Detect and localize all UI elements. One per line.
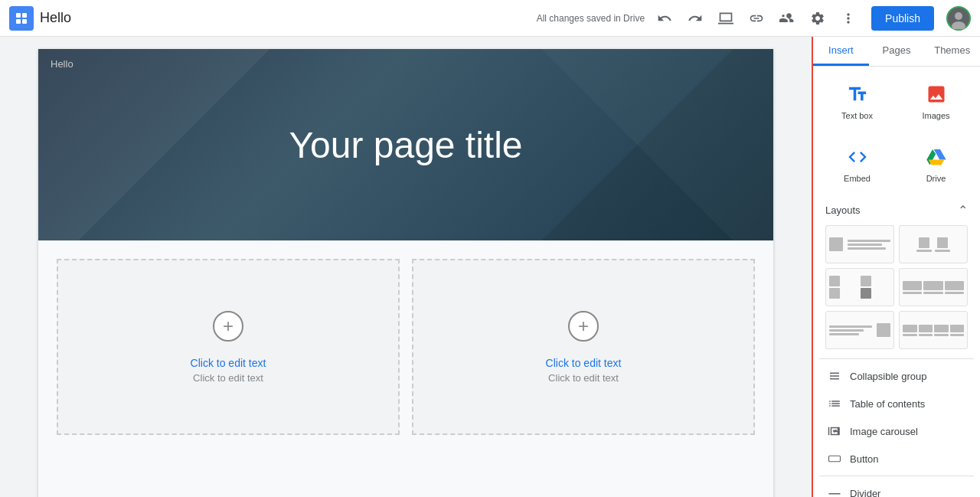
insert-divider[interactable]: Divider [819,479,974,497]
insert-image-carousel[interactable]: Image carousel [819,417,974,445]
main-area: Hello Your page title + Click to edit te… [0,37,980,497]
add-content-left-icon[interactable]: + [213,311,243,342]
insert-button[interactable]: Button [819,445,974,472]
panel-divider-2 [819,476,974,476]
page-body: + Click to edit text Click to edit text … [38,240,773,497]
embed-label: Embed [844,174,871,183]
tab-insert[interactable]: Insert [813,37,869,66]
redo-button[interactable] [681,5,709,32]
insert-bottom-grid: Embed Drive [819,136,974,192]
right-panel: Insert Pages Themes Text box [812,37,980,497]
tab-pages[interactable]: Pages [869,37,925,66]
layouts-header: Layouts ⌃ [819,198,974,222]
panel-tabs: Insert Pages Themes [813,37,980,67]
layouts-expand-icon[interactable]: ⌃ [958,203,968,217]
insert-collapsible-group[interactable]: Collapsible group [819,362,974,390]
image-carousel-icon [827,423,842,439]
table-of-contents-label: Table of contents [850,398,925,410]
insert-top-grid: Text box Images [819,73,974,129]
publish-button[interactable]: Publish [871,6,934,31]
page-header: Hello Your page title [38,49,773,240]
button-icon [827,451,842,466]
svg-rect-1 [22,13,27,18]
layout-thumb-2[interactable] [899,225,968,263]
page-container: Hello Your page title + Click to edit te… [38,49,773,497]
images-label: Images [922,111,949,120]
two-col-layout: + Click to edit text Click to edit text … [57,259,755,435]
toolbar-icons [651,5,862,32]
layout-thumb-3[interactable] [825,268,894,306]
table-of-contents-icon [827,396,842,411]
panel-divider-1 [819,358,974,359]
content-block-left[interactable]: + Click to edit text Click to edit text [57,259,400,435]
add-content-right-icon[interactable]: + [568,311,599,342]
layouts-grid [819,222,974,355]
insert-table-of-contents[interactable]: Table of contents [819,390,974,417]
svg-rect-0 [16,13,21,18]
click-to-edit-right[interactable]: Click to edit text [546,357,622,369]
doc-title: Hello [40,10,71,26]
topbar: Hello All changes saved in Drive Publish [0,0,980,37]
insert-section: Text box Images [813,67,980,497]
avatar-initials [946,6,971,31]
app-logo [9,6,34,31]
click-to-edit-right-sub: Click to edit text [548,372,619,384]
svg-rect-7 [829,456,841,462]
undo-button[interactable] [651,5,678,32]
tab-themes[interactable]: Themes [924,37,980,66]
page-title[interactable]: Your page title [289,124,522,166]
content-block-right[interactable]: + Click to edit text Click to edit text [412,259,755,435]
svg-point-5 [955,12,962,20]
collapsible-group-icon [827,368,842,384]
insert-text-box[interactable]: Text box [819,73,895,129]
share-button[interactable] [773,5,801,32]
link-button[interactable] [743,5,770,32]
insert-images[interactable]: Images [898,73,974,129]
collapsible-group-label: Collapsible group [850,371,926,382]
layout-thumb-1[interactable] [825,225,894,263]
settings-button[interactable] [804,5,831,32]
drive-label: Drive [926,174,946,183]
text-box-icon [845,82,870,106]
present-button[interactable] [712,5,740,32]
text-box-label: Text box [841,111,873,120]
layout-thumb-6[interactable] [899,311,968,349]
layouts-label: Layouts [825,204,861,216]
svg-rect-3 [22,19,27,24]
drive-icon [924,145,949,169]
layout-thumb-5[interactable] [825,311,894,349]
click-to-edit-left[interactable]: Click to edit text [191,357,266,369]
svg-rect-2 [16,19,21,24]
canvas-area: Hello Your page title + Click to edit te… [0,37,812,497]
image-carousel-label: Image carousel [850,426,918,437]
divider-label: Divider [850,488,880,498]
save-status: All changes saved in Drive [537,13,645,24]
page-header-label: Hello [51,58,74,70]
click-to-edit-left-sub: Click to edit text [193,372,263,384]
images-icon [924,82,949,106]
insert-embed[interactable]: Embed [819,136,895,192]
avatar[interactable] [946,6,971,31]
layout-thumb-4[interactable] [899,268,968,306]
more-button[interactable] [835,5,862,32]
button-label: Button [850,453,879,465]
divider-icon [827,486,842,497]
embed-icon [845,145,870,169]
insert-drive[interactable]: Drive [898,136,974,192]
